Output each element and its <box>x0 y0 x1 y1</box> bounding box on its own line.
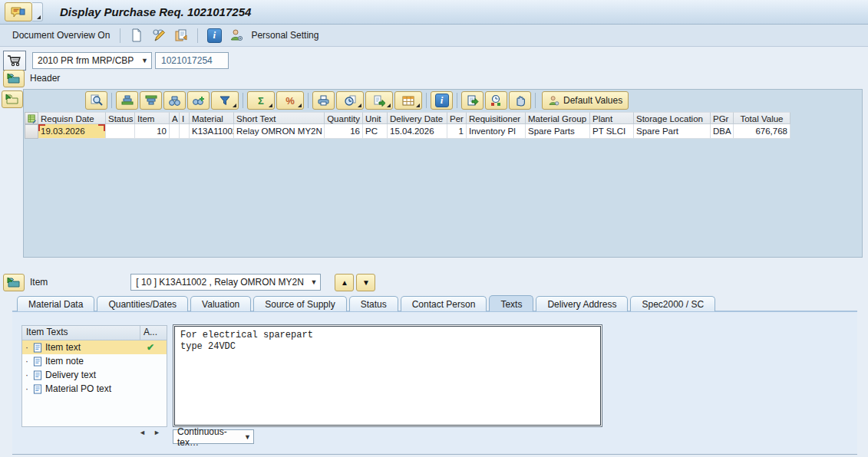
filter-icon[interactable] <box>211 91 239 110</box>
title-dropdown-button[interactable] <box>32 2 43 21</box>
column-header[interactable]: Requisitioner <box>467 112 526 124</box>
search-next-icon[interactable] <box>187 91 210 110</box>
tab-spec2000-sc[interactable]: Spec2000 / SC <box>630 296 715 311</box>
item-section-row: Item [ 10 ] K13A11002 , Relay OMRON MY2N… <box>0 273 375 291</box>
cell-i[interactable] <box>180 124 190 139</box>
item-select[interactable]: [ 10 ] K13A11002 , Relay OMRON MY2N ▼ <box>130 274 321 291</box>
sort-ascending-icon[interactable] <box>116 91 138 110</box>
column-header[interactable]: Delivery Date <box>388 112 447 124</box>
tab-source-of-supply[interactable]: Source of Supply <box>253 296 346 311</box>
column-header[interactable]: Plant <box>590 112 634 124</box>
personal-setting-label[interactable]: Personal Setting <box>251 30 318 41</box>
list-item-item-text[interactable]: · Item text ✔ <box>22 340 167 354</box>
previous-item-button[interactable]: ▲ <box>335 274 354 291</box>
print-icon[interactable] <box>312 91 335 110</box>
text-type-value: Continuous-tex… <box>177 426 244 448</box>
toolbar-separator <box>457 93 457 108</box>
text-editor[interactable]: For electrical sparepart type 24VDC <box>173 324 602 427</box>
sum-icon[interactable]: Σ <box>247 91 275 110</box>
tab-texts[interactable]: Texts <box>489 295 533 311</box>
row-selector[interactable] <box>25 124 38 139</box>
scroll-right-icon[interactable]: ► <box>153 429 160 436</box>
column-header[interactable]: Per <box>447 112 467 124</box>
cell-plant[interactable]: PT SLCI <box>590 124 634 139</box>
cell-material-group[interactable]: Spare Parts <box>526 124 590 139</box>
transaction-menu-button[interactable] <box>5 2 32 21</box>
collapse-item-icon[interactable] <box>3 274 25 291</box>
item-grid: Requisn Date Status Item A I Material Sh… <box>25 112 790 139</box>
cell-a[interactable] <box>170 124 180 139</box>
collapse-header-icon[interactable] <box>3 70 25 87</box>
cell-item[interactable]: 10 <box>135 124 170 139</box>
list-item-material-po-text[interactable]: · Material PO text <box>22 382 167 396</box>
next-item-button[interactable]: ▼ <box>356 274 375 291</box>
cell-quantity[interactable]: 16 <box>325 124 363 139</box>
column-header[interactable]: Unit <box>363 112 388 124</box>
list-scroll-controls: ◄ ► <box>139 429 160 436</box>
column-header[interactable]: Quantity <box>325 112 363 124</box>
tab-valuation[interactable]: Valuation <box>190 296 251 311</box>
cell-pgr[interactable]: DBA <box>711 124 734 139</box>
info-grid-icon[interactable]: i <box>431 91 453 110</box>
collapse-item-overview-icon[interactable] <box>2 90 23 108</box>
shopping-cart-icon[interactable] <box>3 51 26 71</box>
bullet-icon: · <box>25 383 30 394</box>
tab-material-data[interactable]: Material Data <box>17 296 94 311</box>
column-header[interactable]: Material Group <box>526 112 590 124</box>
document-type-select[interactable]: 2010 PR frm MRP/CBP ▼ <box>32 52 152 69</box>
sort-descending-icon[interactable] <box>140 91 162 110</box>
select-all-icon[interactable] <box>25 112 38 124</box>
cell-requisn-date[interactable]: 19.03.2026 <box>38 124 106 139</box>
text-type-select[interactable]: Continuous-tex… ▼ <box>173 429 254 444</box>
personal-setting-icon[interactable] <box>227 27 246 44</box>
create-document-icon[interactable] <box>127 27 146 44</box>
column-header[interactable]: Requisn Date <box>38 112 106 124</box>
copy-icon[interactable] <box>172 27 190 44</box>
display-change-icon[interactable] <box>150 27 168 44</box>
tab-status[interactable]: Status <box>349 296 398 311</box>
cell-per[interactable]: 1 <box>447 124 467 139</box>
tab-contact-person[interactable]: Contact Person <box>401 296 487 311</box>
layout-icon[interactable] <box>394 91 422 110</box>
hold-icon[interactable] <box>509 91 531 110</box>
views-icon[interactable] <box>336 91 364 110</box>
default-values-button[interactable]: Default Values <box>542 91 629 110</box>
subtotal-icon[interactable]: % <box>276 91 304 110</box>
attribute-column-header: A... <box>140 326 167 340</box>
export-icon[interactable] <box>365 91 393 110</box>
cell-requisitioner[interactable]: Inventory Pl <box>467 124 526 139</box>
search-icon[interactable] <box>163 91 186 110</box>
document-number-input[interactable] <box>160 54 224 67</box>
column-header[interactable]: I <box>180 112 190 124</box>
cell-status[interactable] <box>106 124 135 139</box>
cell-short-text[interactable]: Relay OMRON MY2N <box>234 124 325 139</box>
time-status-icon[interactable] <box>485 91 507 110</box>
text-document-icon <box>33 343 42 353</box>
cell-storage-location[interactable]: Spare Part <box>634 124 711 139</box>
tab-quantities-dates[interactable]: Quantities/Dates <box>97 296 188 311</box>
column-header[interactable]: Storage Location <box>634 112 711 124</box>
list-item-delivery-text[interactable]: · Delivery text <box>22 368 167 382</box>
column-header[interactable]: A <box>170 112 180 124</box>
cell-total-value[interactable]: 676,768 <box>734 124 790 139</box>
column-header[interactable]: Status <box>106 112 135 124</box>
column-header[interactable]: PGr <box>711 112 734 124</box>
document-number-field[interactable] <box>155 52 229 69</box>
cell-unit[interactable]: PC <box>363 124 388 139</box>
default-values-label: Default Values <box>563 95 622 106</box>
cell-delivery-date[interactable]: 15.04.2026 <box>388 124 447 139</box>
column-header[interactable]: Total Value <box>734 112 790 124</box>
info-icon[interactable]: i <box>205 27 223 44</box>
list-item-item-note[interactable]: · Item note <box>22 354 167 368</box>
find-icon[interactable] <box>85 91 107 110</box>
toolbar-separator <box>308 93 309 108</box>
column-header[interactable]: Short Text <box>234 112 325 124</box>
column-header[interactable]: Material <box>190 112 234 124</box>
document-overview-button[interactable]: Document Overview On <box>9 28 113 42</box>
insert-file-icon[interactable] <box>461 91 484 110</box>
column-header[interactable]: Item <box>135 112 170 124</box>
table-row: 19.03.2026 10 K13A11002 Relay OMRON MY2N… <box>25 124 790 139</box>
tab-delivery-address[interactable]: Delivery Address <box>536 296 628 311</box>
cell-material[interactable]: K13A11002 <box>190 124 234 139</box>
scroll-left-icon[interactable]: ◄ <box>139 429 146 436</box>
